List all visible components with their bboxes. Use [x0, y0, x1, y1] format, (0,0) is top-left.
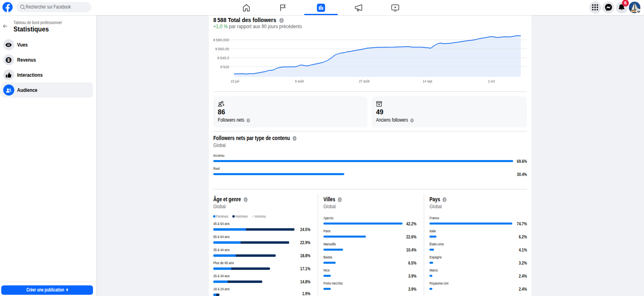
svg-text:8 560,00: 8 560,00	[215, 47, 229, 51]
svg-text:8 520: 8 520	[220, 65, 229, 69]
svg-text:$: $	[7, 57, 10, 62]
svg-text:8 580,000: 8 580,000	[213, 38, 229, 42]
svg-text:8 540,0: 8 540,0	[217, 56, 229, 60]
